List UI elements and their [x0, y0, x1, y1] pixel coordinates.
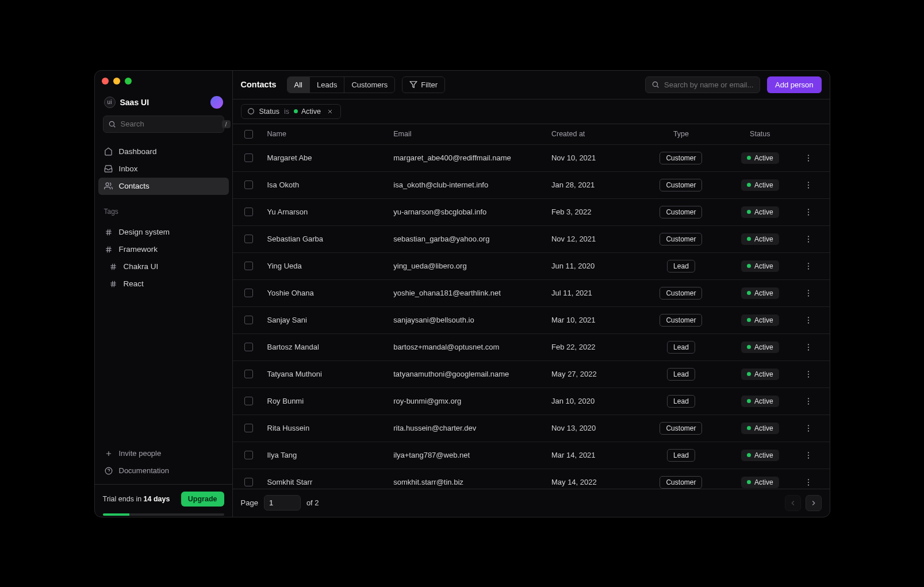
row-actions-button[interactable] — [799, 282, 827, 305]
tag-label: Chakra UI — [124, 262, 159, 271]
row-checkbox[interactable] — [244, 235, 253, 243]
add-person-button[interactable]: Add person — [767, 76, 822, 93]
filter-chip-status[interactable]: Status is Active — [241, 104, 342, 119]
cell-email: rita.hussein@charter.dev — [389, 417, 547, 439]
page-title: Contacts — [241, 80, 277, 89]
row-checkbox[interactable] — [244, 262, 253, 270]
table-row[interactable]: Tatyana Muthoni tatyanamuthoni@googlemai… — [233, 361, 830, 388]
col-name[interactable]: Name — [263, 124, 389, 144]
svg-point-26 — [248, 109, 254, 114]
table-row[interactable]: Sanjay Sani sanjaysani@bellsouth.io Mar … — [233, 307, 830, 334]
svg-point-62 — [808, 452, 809, 453]
nav-dashboard[interactable]: Dashboard — [98, 143, 229, 160]
row-checkbox[interactable] — [244, 316, 253, 324]
table-row[interactable]: Rita Hussein rita.hussein@charter.dev No… — [233, 415, 830, 442]
close-window-icon[interactable] — [102, 78, 109, 85]
cell-email: ilya+tang787@web.net — [389, 444, 547, 466]
svg-point-58 — [808, 403, 809, 404]
table-row[interactable]: Roy Bunmi roy-bunmi@gmx.org Jan 10, 2020… — [233, 388, 830, 415]
table-row[interactable]: Bartosz Mandal bartosz+mandal@optusnet.c… — [233, 334, 830, 361]
table-row[interactable]: Ilya Tang ilya+tang787@web.net Mar 14, 2… — [233, 442, 830, 469]
footer-link-label: Invite people — [119, 449, 162, 458]
row-checkbox[interactable] — [244, 208, 253, 216]
main-search[interactable] — [645, 76, 760, 93]
page-next-button[interactable] — [806, 495, 822, 511]
maximize-window-icon[interactable] — [125, 78, 132, 85]
nav-contacts[interactable]: Contacts — [98, 178, 229, 195]
row-actions-button[interactable] — [799, 309, 827, 332]
row-actions-button[interactable] — [799, 336, 827, 359]
svg-point-63 — [808, 454, 809, 455]
row-actions-button[interactable] — [799, 444, 827, 467]
col-email[interactable]: Email — [389, 124, 547, 144]
col-created[interactable]: Created at — [547, 124, 642, 144]
tag-label: Framework — [119, 245, 158, 254]
row-actions-button[interactable] — [799, 147, 827, 170]
select-all-checkbox[interactable] — [244, 130, 253, 139]
cell-type: Customer — [642, 145, 720, 171]
filter-button[interactable]: Filter — [402, 76, 445, 93]
cell-email: isa_okoth@club-internet.info — [389, 174, 547, 196]
svg-point-47 — [808, 317, 809, 318]
row-actions-button[interactable] — [799, 201, 827, 224]
cell-email: roy-bunmi@gmx.org — [389, 390, 547, 412]
segment-all[interactable]: All — [287, 77, 310, 93]
minimize-window-icon[interactable] — [113, 78, 120, 85]
nav-label: Dashboard — [119, 147, 157, 156]
tag-item[interactable]: Chakra UI — [98, 258, 229, 275]
table-row[interactable]: Yoshie Ohana yoshie_ohana181@earthlink.n… — [233, 280, 830, 307]
tag-item[interactable]: Framework — [98, 241, 229, 258]
row-checkbox[interactable] — [244, 451, 253, 459]
page-prev-button[interactable] — [785, 495, 801, 511]
row-checkbox[interactable] — [244, 424, 253, 432]
cell-created: Nov 10, 2021 — [547, 147, 642, 169]
page-input[interactable] — [264, 495, 301, 511]
trial-progress — [103, 513, 224, 516]
table-row[interactable]: Sebastian Garba sebastian_garba@yahoo.or… — [233, 226, 830, 253]
invite-people-link[interactable]: Invite people — [98, 445, 229, 462]
table-row[interactable]: Yu Arnarson yu-arnarson@sbcglobal.info F… — [233, 199, 830, 226]
sidebar-search-input[interactable] — [121, 120, 217, 128]
upgrade-button[interactable]: Upgrade — [181, 492, 224, 507]
documentation-link[interactable]: Documentation — [98, 462, 229, 479]
tag-item[interactable]: React — [98, 275, 229, 293]
segment-customers[interactable]: Customers — [344, 77, 394, 93]
row-checkbox[interactable] — [244, 154, 253, 162]
row-checkbox[interactable] — [244, 478, 253, 486]
nav-inbox[interactable]: Inbox — [98, 160, 229, 178]
sidebar-search[interactable]: / — [103, 116, 224, 133]
chip-remove-icon[interactable] — [325, 108, 335, 115]
cell-status: Active — [720, 416, 799, 441]
circle-outline-icon — [247, 108, 255, 115]
svg-point-45 — [808, 292, 809, 293]
table-row[interactable]: Margaret Abe margaret_abe400@rediffmail.… — [233, 145, 830, 172]
segment-leads[interactable]: Leads — [310, 77, 344, 93]
sidebar: ui Saas UI / D — [95, 71, 233, 517]
row-checkbox[interactable] — [244, 181, 253, 189]
cell-status: Active — [720, 470, 799, 489]
status-dot-icon — [747, 237, 751, 241]
tag-item[interactable]: Design system — [98, 224, 229, 241]
trial-bar: Trial ends in 14 days Upgrade — [95, 484, 232, 517]
table-row[interactable]: Somkhit Starr somkhit.starr@tin.biz May … — [233, 469, 830, 489]
row-actions-button[interactable] — [799, 471, 827, 489]
table-row[interactable]: Isa Okoth isa_okoth@club-internet.info J… — [233, 172, 830, 199]
col-type[interactable]: Type — [642, 124, 720, 144]
main-search-input[interactable] — [664, 80, 761, 89]
row-actions-button[interactable] — [799, 228, 827, 251]
row-actions-button[interactable] — [799, 363, 827, 386]
cell-name: Somkhit Starr — [263, 471, 389, 489]
col-status[interactable]: Status — [720, 124, 799, 144]
row-checkbox[interactable] — [244, 343, 253, 351]
main-content: Contacts All Leads Customers Filter — [233, 71, 830, 517]
row-actions-button[interactable] — [799, 417, 827, 440]
row-checkbox[interactable] — [244, 397, 253, 405]
user-avatar[interactable] — [210, 96, 223, 109]
row-checkbox[interactable] — [244, 289, 253, 297]
table-row[interactable]: Ying Ueda ying_ueda@libero.org Jun 11, 2… — [233, 253, 830, 280]
status-dot-icon — [747, 426, 751, 430]
row-actions-button[interactable] — [799, 174, 827, 197]
row-checkbox[interactable] — [244, 370, 253, 378]
row-actions-button[interactable] — [799, 255, 827, 278]
row-actions-button[interactable] — [799, 390, 827, 413]
